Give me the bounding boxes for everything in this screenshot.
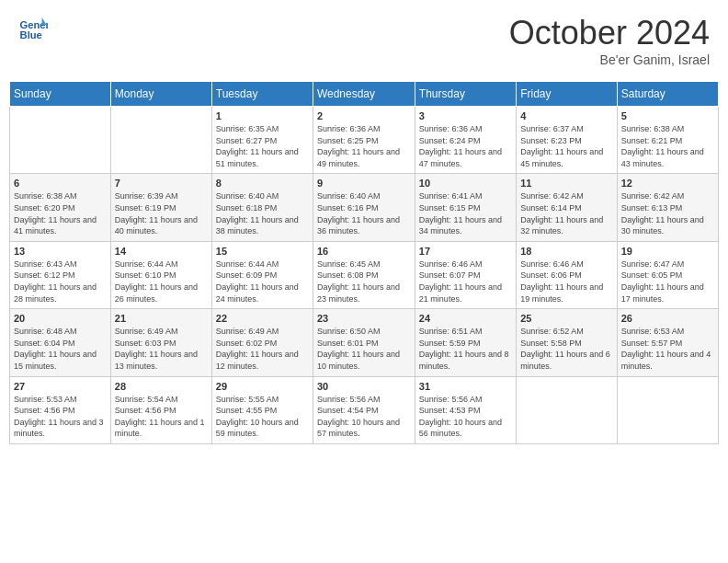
day-number: 5 [621,110,714,121]
day-info: Sunrise: 6:50 AM Sunset: 6:01 PM Dayligh… [317,326,411,372]
day-info: Sunrise: 6:39 AM Sunset: 6:19 PM Dayligh… [115,190,208,236]
day-number: 18 [520,246,613,257]
day-number: 14 [115,246,208,257]
day-info: Sunrise: 6:40 AM Sunset: 6:16 PM Dayligh… [317,190,411,236]
calendar-cell: 30Sunrise: 5:56 AM Sunset: 4:54 PM Dayli… [313,376,415,443]
calendar-cell [517,376,618,443]
calendar-cell: 5Sunrise: 6:38 AM Sunset: 6:21 PM Daylig… [617,107,718,174]
calendar-cell: 7Sunrise: 6:39 AM Sunset: 6:19 PM Daylig… [110,174,211,241]
calendar-cell: 27Sunrise: 5:53 AM Sunset: 4:56 PM Dayli… [10,376,111,443]
day-info: Sunrise: 6:38 AM Sunset: 6:20 PM Dayligh… [14,190,107,236]
day-number: 13 [14,246,107,257]
calendar-week-row: 27Sunrise: 5:53 AM Sunset: 4:56 PM Dayli… [10,376,719,443]
calendar-cell: 2Sunrise: 6:36 AM Sunset: 6:25 PM Daylig… [313,107,415,174]
calendar-cell: 9Sunrise: 6:40 AM Sunset: 6:16 PM Daylig… [313,174,415,241]
day-number: 16 [317,246,411,257]
calendar-cell: 19Sunrise: 6:47 AM Sunset: 6:05 PM Dayli… [617,241,718,308]
calendar-cell: 4Sunrise: 6:37 AM Sunset: 6:23 PM Daylig… [517,107,618,174]
calendar-cell: 13Sunrise: 6:43 AM Sunset: 6:12 PM Dayli… [10,241,111,308]
day-number: 8 [216,178,309,189]
calendar-cell: 18Sunrise: 6:46 AM Sunset: 6:06 PM Dayli… [517,241,618,308]
day-number: 20 [14,313,107,324]
day-info: Sunrise: 6:49 AM Sunset: 6:02 PM Dayligh… [216,326,309,372]
day-info: Sunrise: 6:42 AM Sunset: 6:14 PM Dayligh… [520,190,613,236]
calendar-cell: 10Sunrise: 6:41 AM Sunset: 6:15 PM Dayli… [415,174,516,241]
day-info: Sunrise: 5:54 AM Sunset: 4:56 PM Dayligh… [115,394,208,440]
calendar-cell: 31Sunrise: 5:56 AM Sunset: 4:53 PM Dayli… [415,376,516,443]
weekday-header: Saturday [617,82,718,107]
day-info: Sunrise: 6:36 AM Sunset: 6:24 PM Dayligh… [419,123,512,169]
day-info: Sunrise: 5:56 AM Sunset: 4:54 PM Dayligh… [317,394,411,440]
day-info: Sunrise: 6:45 AM Sunset: 6:08 PM Dayligh… [317,259,411,304]
day-number: 19 [621,246,714,257]
day-number: 7 [115,178,208,189]
calendar-body: 1Sunrise: 6:35 AM Sunset: 6:27 PM Daylig… [10,107,719,444]
day-info: Sunrise: 5:56 AM Sunset: 4:53 PM Dayligh… [419,394,512,440]
calendar-table: SundayMondayTuesdayWednesdayThursdayFrid… [9,81,719,444]
calendar-cell: 24Sunrise: 6:51 AM Sunset: 5:59 PM Dayli… [415,309,516,376]
day-number: 1 [216,110,309,121]
day-info: Sunrise: 6:36 AM Sunset: 6:25 PM Dayligh… [317,123,411,169]
calendar-cell: 25Sunrise: 6:52 AM Sunset: 5:58 PM Dayli… [517,309,618,376]
calendar-cell: 20Sunrise: 6:48 AM Sunset: 6:04 PM Dayli… [10,309,111,376]
page-header: General Blue October 2024 Be'er Ganim, I… [9,9,719,72]
day-info: Sunrise: 5:55 AM Sunset: 4:55 PM Dayligh… [216,394,309,440]
day-number: 23 [317,313,411,324]
day-number: 11 [520,178,613,189]
calendar-cell: 28Sunrise: 5:54 AM Sunset: 4:56 PM Dayli… [110,376,211,443]
day-number: 17 [419,246,512,257]
day-info: Sunrise: 6:38 AM Sunset: 6:21 PM Dayligh… [621,123,714,169]
day-number: 31 [419,381,512,392]
weekday-header: Wednesday [313,82,415,107]
calendar-cell [110,107,211,174]
day-number: 4 [520,110,613,121]
calendar-cell: 14Sunrise: 6:44 AM Sunset: 6:10 PM Dayli… [110,241,211,308]
logo-icon: General Blue [18,14,48,43]
calendar-cell: 12Sunrise: 6:42 AM Sunset: 6:13 PM Dayli… [617,174,718,241]
calendar-cell: 8Sunrise: 6:40 AM Sunset: 6:18 PM Daylig… [211,174,313,241]
calendar-cell: 16Sunrise: 6:45 AM Sunset: 6:08 PM Dayli… [313,241,415,308]
day-number: 12 [621,178,714,189]
calendar-cell: 21Sunrise: 6:49 AM Sunset: 6:03 PM Dayli… [110,309,211,376]
calendar-week-row: 20Sunrise: 6:48 AM Sunset: 6:04 PM Dayli… [10,309,719,376]
calendar-cell: 15Sunrise: 6:44 AM Sunset: 6:09 PM Dayli… [211,241,313,308]
day-number: 27 [14,381,107,392]
day-info: Sunrise: 6:44 AM Sunset: 6:10 PM Dayligh… [115,259,208,304]
svg-text:Blue: Blue [20,29,42,40]
weekday-header: Monday [110,82,211,107]
day-info: Sunrise: 6:51 AM Sunset: 5:59 PM Dayligh… [419,326,512,372]
calendar-cell: 22Sunrise: 6:49 AM Sunset: 6:02 PM Dayli… [211,309,313,376]
calendar-cell: 23Sunrise: 6:50 AM Sunset: 6:01 PM Dayli… [313,309,415,376]
calendar-cell: 26Sunrise: 6:53 AM Sunset: 5:57 PM Dayli… [617,309,718,376]
day-number: 30 [317,381,411,392]
day-number: 24 [419,313,512,324]
day-info: Sunrise: 6:53 AM Sunset: 5:57 PM Dayligh… [621,326,714,372]
day-info: Sunrise: 6:46 AM Sunset: 6:06 PM Dayligh… [520,259,613,304]
day-info: Sunrise: 6:47 AM Sunset: 6:05 PM Dayligh… [621,259,714,304]
day-info: Sunrise: 6:44 AM Sunset: 6:09 PM Dayligh… [216,259,309,304]
calendar-cell: 6Sunrise: 6:38 AM Sunset: 6:20 PM Daylig… [10,174,111,241]
weekday-header: Friday [517,82,618,107]
calendar-week-row: 1Sunrise: 6:35 AM Sunset: 6:27 PM Daylig… [10,107,719,174]
day-number: 26 [621,313,714,324]
day-info: Sunrise: 6:52 AM Sunset: 5:58 PM Dayligh… [520,326,613,372]
weekday-header: Sunday [10,82,111,107]
calendar-cell: 29Sunrise: 5:55 AM Sunset: 4:55 PM Dayli… [211,376,313,443]
month-title: October 2024 [509,14,710,52]
day-info: Sunrise: 6:46 AM Sunset: 6:07 PM Dayligh… [419,259,512,304]
weekday-header: Thursday [415,82,516,107]
day-number: 25 [520,313,613,324]
day-info: Sunrise: 6:48 AM Sunset: 6:04 PM Dayligh… [14,326,107,372]
title-block: October 2024 Be'er Ganim, Israel [509,14,710,67]
calendar-week-row: 13Sunrise: 6:43 AM Sunset: 6:12 PM Dayli… [10,241,719,308]
day-number: 2 [317,110,411,121]
day-info: Sunrise: 6:37 AM Sunset: 6:23 PM Dayligh… [520,123,613,169]
day-number: 10 [419,178,512,189]
calendar-cell: 3Sunrise: 6:36 AM Sunset: 6:24 PM Daylig… [415,107,516,174]
calendar-week-row: 6Sunrise: 6:38 AM Sunset: 6:20 PM Daylig… [10,174,719,241]
calendar-cell [617,376,718,443]
day-number: 3 [419,110,512,121]
weekday-header: Tuesday [211,82,313,107]
day-info: Sunrise: 6:41 AM Sunset: 6:15 PM Dayligh… [419,190,512,236]
calendar-header-row: SundayMondayTuesdayWednesdayThursdayFrid… [10,82,719,107]
